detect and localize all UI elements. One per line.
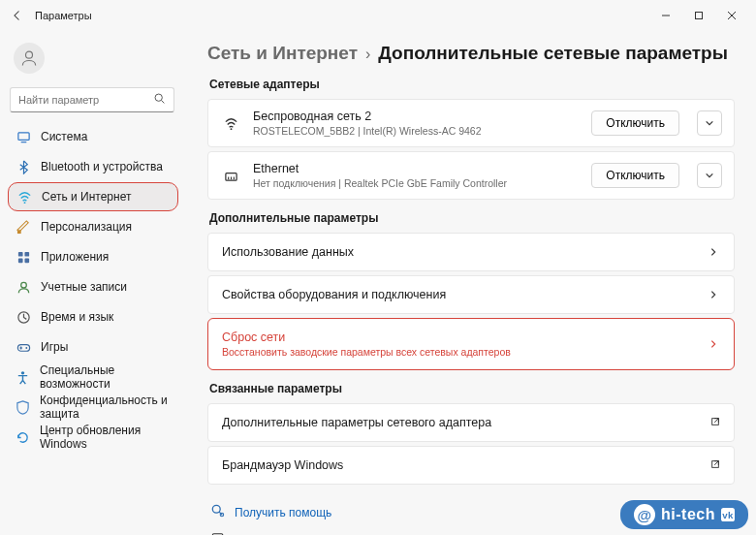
- sidebar-item-network[interactable]: Сеть и Интернет: [8, 182, 178, 211]
- ethernet-icon: [220, 169, 241, 183]
- svg-rect-11: [17, 258, 22, 263]
- bluetooth-icon: [16, 159, 31, 174]
- sidebar-item-label: Система: [41, 130, 87, 143]
- chevron-right-icon: ›: [365, 46, 370, 63]
- related-row[interactable]: Брандмауэр Windows: [207, 446, 735, 485]
- sidebar-item-label: Учетные записи: [41, 280, 127, 294]
- sidebar-item-games[interactable]: Игры: [8, 332, 178, 362]
- close-button[interactable]: [715, 2, 748, 29]
- svg-point-18: [230, 128, 232, 130]
- sidebar-item-label: Сеть и Интернет: [42, 190, 131, 204]
- svg-point-22: [212, 505, 220, 513]
- apps-icon: [16, 249, 31, 265]
- svg-point-16: [25, 347, 27, 349]
- sidebar-item-clock[interactable]: Время и язык: [8, 302, 178, 331]
- row-title: Сброс сети: [222, 330, 707, 344]
- svg-text:vk: vk: [722, 510, 734, 520]
- row-subtitle: Восстановить заводские параметры всех се…: [222, 346, 707, 358]
- sidebar-item-system[interactable]: Система: [8, 122, 178, 151]
- watermark: @hi-tech vk: [620, 500, 748, 529]
- breadcrumb-parent[interactable]: Сеть и Интернет: [207, 43, 358, 64]
- adapter-title: Ethernet: [253, 162, 580, 175]
- games-icon: [16, 339, 31, 355]
- back-button[interactable]: [8, 6, 27, 25]
- search-icon: [153, 92, 166, 108]
- window-title: Параметры: [35, 10, 92, 21]
- external-link-icon: [710, 416, 720, 429]
- row-title: Использование данных: [222, 245, 707, 259]
- svg-point-7: [23, 202, 25, 204]
- sidebar-item-privacy[interactable]: Конфиденциальность и защита: [8, 393, 178, 422]
- svg-rect-9: [17, 251, 22, 256]
- help-icon: [211, 504, 225, 520]
- chevron-right-icon: [707, 339, 720, 349]
- svg-point-3: [155, 94, 162, 101]
- system-icon: [16, 129, 31, 144]
- expand-button[interactable]: [697, 110, 722, 136]
- clock-icon: [16, 309, 31, 325]
- sidebar-item-label: Центр обновления Windows: [40, 424, 171, 451]
- sidebar-item-label: Персонализация: [41, 220, 132, 234]
- sidebar-item-label: Приложения: [41, 250, 109, 264]
- privacy-icon: [16, 399, 30, 415]
- page-title: Дополнительные сетевые параметры: [378, 43, 728, 64]
- row-title: Дополнительные параметры сетевого адапте…: [222, 416, 710, 429]
- sidebar-item-label: Конфиденциальность и защита: [40, 393, 171, 421]
- maximize-button[interactable]: [682, 2, 715, 29]
- adapter-title: Беспроводная сеть 2: [253, 110, 580, 123]
- svg-rect-12: [24, 258, 29, 263]
- svg-rect-5: [17, 132, 28, 140]
- network-reset-row[interactable]: Сброс сетиВосстановить заводские парамет…: [207, 318, 735, 370]
- avatar[interactable]: [14, 43, 45, 74]
- svg-rect-10: [24, 251, 29, 256]
- accessibility-icon: [16, 369, 30, 385]
- sidebar-item-brush[interactable]: Персонализация: [8, 212, 178, 241]
- sidebar-item-update[interactable]: Центр обновления Windows: [8, 423, 178, 452]
- sidebar-item-label: Специальные возможности: [40, 363, 171, 391]
- adapter-card[interactable]: Беспроводная сеть 2 ROSTELECOM_5BB2 | In…: [207, 99, 735, 147]
- update-icon: [16, 429, 30, 445]
- network-icon: [16, 189, 32, 205]
- section-advanced-label: Дополнительные параметры: [209, 211, 735, 225]
- sidebar-item-bluetooth[interactable]: Bluetooth и устройства: [8, 152, 178, 181]
- svg-rect-15: [17, 344, 29, 351]
- disconnect-button[interactable]: Отключить: [591, 110, 679, 136]
- sidebar-item-apps[interactable]: Приложения: [8, 242, 178, 271]
- svg-point-17: [21, 371, 24, 374]
- expand-button[interactable]: [697, 163, 722, 188]
- advanced-row[interactable]: Использование данных: [207, 233, 735, 271]
- svg-point-13: [20, 282, 26, 288]
- wifi-icon: [220, 116, 241, 131]
- svg-point-2: [26, 51, 33, 58]
- minimize-button[interactable]: [649, 2, 682, 29]
- sidebar-item-label: Время и язык: [41, 310, 113, 324]
- section-adapters-label: Сетевые адаптеры: [209, 78, 735, 91]
- svg-line-4: [162, 101, 165, 104]
- adapter-subtitle: ROSTELECOM_5BB2 | Intel(R) Wireless-AC 9…: [253, 125, 580, 137]
- adapter-subtitle: Нет подключения | Realtek PCIe GbE Famil…: [253, 177, 580, 189]
- svg-rect-8: [16, 230, 20, 234]
- external-link-icon: [710, 458, 720, 472]
- advanced-row[interactable]: Свойства оборудования и подключения: [207, 275, 735, 314]
- section-related-label: Связанные параметры: [209, 382, 735, 395]
- row-title: Свойства оборудования и подключения: [222, 288, 707, 301]
- adapter-card[interactable]: Ethernet Нет подключения | Realtek PCIe …: [207, 151, 735, 200]
- svg-rect-1: [696, 13, 703, 19]
- search-input[interactable]: [10, 87, 174, 112]
- row-title: Брандмауэр Windows: [222, 458, 710, 472]
- disconnect-button[interactable]: Отключить: [591, 163, 679, 188]
- related-row[interactable]: Дополнительные параметры сетевого адапте…: [207, 403, 735, 442]
- search-field[interactable]: [18, 94, 153, 106]
- sidebar-item-account[interactable]: Учетные записи: [8, 272, 178, 301]
- brush-icon: [16, 219, 31, 235]
- account-icon: [16, 279, 31, 295]
- breadcrumb: Сеть и Интернет › Дополнительные сетевые…: [207, 43, 735, 64]
- chevron-right-icon: [707, 247, 720, 257]
- sidebar-item-label: Bluetooth и устройства: [41, 160, 163, 173]
- sidebar-item-label: Игры: [41, 340, 68, 354]
- chevron-right-icon: [707, 290, 720, 299]
- sidebar-item-accessibility[interactable]: Специальные возможности: [8, 362, 178, 392]
